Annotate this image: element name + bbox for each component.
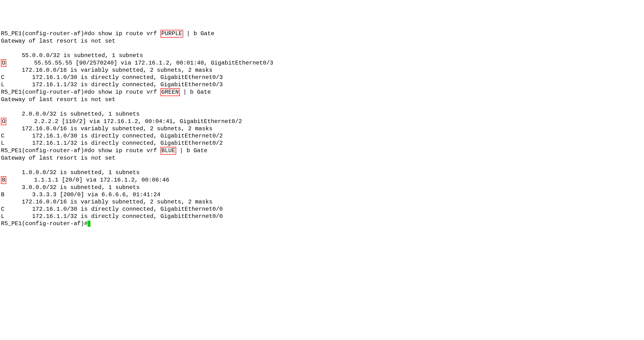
route-summary: 2.0.0.0/32 is subnetted, 1 subnets [1, 111, 643, 118]
route-entry-c: C 172.16.1.0/30 is directly connected, G… [1, 74, 643, 81]
route-entry-l: L 172.16.1.1/32 is directly connected, G… [1, 81, 643, 88]
command-line-green: R5_PE1(config-router-af)#do show ip rout… [1, 88, 643, 96]
route-code-b-highlight: B [1, 176, 6, 184]
prompt: R5_PE1(config-router-af)# [1, 30, 88, 37]
prompt: R5_PE1(config-router-af)# [1, 89, 88, 95]
blank-line [1, 162, 643, 169]
route-summary: 172.16.0.0/16 is variably subnetted, 2 s… [1, 67, 643, 74]
cmd-post: | b Gate [176, 147, 208, 154]
blank-line [1, 103, 643, 111]
gateway-text: Gateway of last resort is not set [1, 155, 643, 162]
route-summary: 3.0.0.0/32 is subnetted, 1 subnets [1, 184, 643, 191]
final-prompt-line[interactable]: R5_PE1(config-router-af)# [1, 220, 643, 227]
route-summary: 1.0.0.0/32 is subnetted, 1 subnets [1, 169, 643, 176]
vrf-blue-highlight: BLUE [160, 147, 176, 155]
prompt: R5_PE1(config-router-af)# [1, 220, 88, 227]
route-code-o-highlight: O [1, 118, 6, 125]
command-line-purple: R5_PE1(config-router-af)#do show ip rout… [1, 30, 643, 38]
route-detail: 55.55.55.55 [90/2570240] via 172.16.1.2,… [6, 60, 273, 66]
cmd-post: | b Gate [180, 89, 211, 95]
vrf-purple-highlight: PURPLE [160, 30, 183, 38]
prompt: R5_PE1(config-router-af)# [1, 147, 88, 154]
blank-line [1, 45, 643, 52]
command-line-blue: R5_PE1(config-router-af)#do show ip rout… [1, 147, 643, 155]
route-code-d-highlight: D [1, 59, 6, 67]
cmd-pre: do show ip route vrf [88, 30, 160, 37]
route-entry-l: L 172.16.1.1/32 is directly connected, G… [1, 140, 643, 147]
route-entry-c: C 172.16.1.0/30 is directly connected, G… [1, 206, 643, 213]
cmd-pre: do show ip route vrf [88, 89, 160, 95]
route-entry-l: L 172.16.1.1/32 is directly connected, G… [1, 213, 643, 220]
route-entry-b: B 1.1.1.1 [20/0] via 172.16.1.2, 00:06:4… [1, 176, 643, 184]
route-summary: 172.16.0.0/16 is variably subnetted, 2 s… [1, 198, 643, 206]
route-entry-c: C 172.16.1.0/30 is directly connected, G… [1, 132, 643, 140]
gateway-text: Gateway of last resort is not set [1, 38, 643, 45]
gateway-text: Gateway of last resort is not set [1, 96, 643, 103]
cursor [88, 221, 90, 227]
route-detail: 1.1.1.1 [20/0] via 172.16.1.2, 00:06:46 [6, 177, 169, 183]
vrf-green-highlight: GREEN [160, 88, 180, 96]
route-entry-d: D 55.55.55.55 [90/2570240] via 172.16.1.… [1, 59, 643, 67]
route-detail: 2.2.2.2 [110/2] via 172.16.1.2, 00:04:41… [6, 118, 242, 125]
terminal-output[interactable]: R5_PE1(config-router-af)#do show ip rout… [1, 30, 643, 227]
route-entry-b2: B 3.3.3.3 [200/0] via 6.6.6.6, 01:41:24 [1, 191, 643, 198]
route-summary: 172.16.0.0/16 is variably subnetted, 2 s… [1, 125, 643, 132]
cmd-pre: do show ip route vrf [88, 147, 160, 154]
route-summary: 55.0.0.0/32 is subnetted, 1 subnets [1, 52, 643, 59]
route-entry-o: O 2.2.2.2 [110/2] via 172.16.1.2, 00:04:… [1, 118, 643, 125]
cmd-post: | b Gate [183, 30, 214, 37]
